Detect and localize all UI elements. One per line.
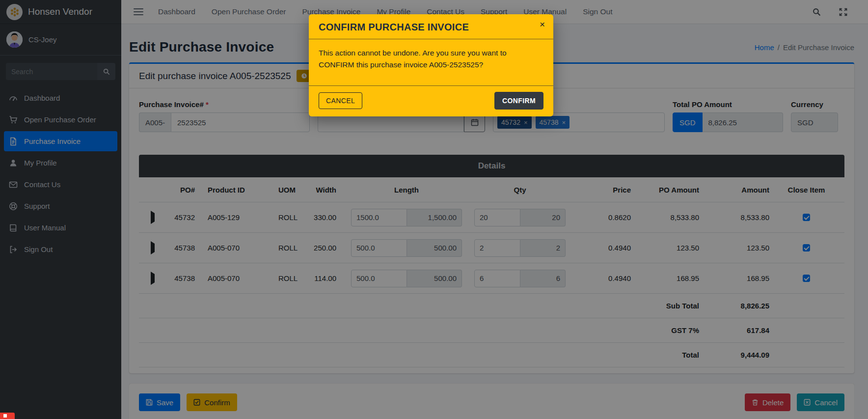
modal-confirm-button[interactable]: CONFIRM: [494, 92, 543, 110]
modal-body: This action cannot be undone. Are you su…: [309, 39, 553, 86]
confirm-modal: CONFIRM PURCHASE INVOICE × This action c…: [309, 14, 553, 116]
modal-title: CONFIRM PURCHASE INVOICE: [319, 22, 543, 33]
modal-header: CONFIRM PURCHASE INVOICE ×: [309, 14, 553, 39]
close-icon[interactable]: ×: [540, 20, 545, 29]
browser-notification-fragment: [0, 413, 15, 419]
modal-footer: CANCEL CONFIRM: [309, 86, 553, 116]
modal-cancel-button[interactable]: CANCEL: [319, 92, 362, 109]
